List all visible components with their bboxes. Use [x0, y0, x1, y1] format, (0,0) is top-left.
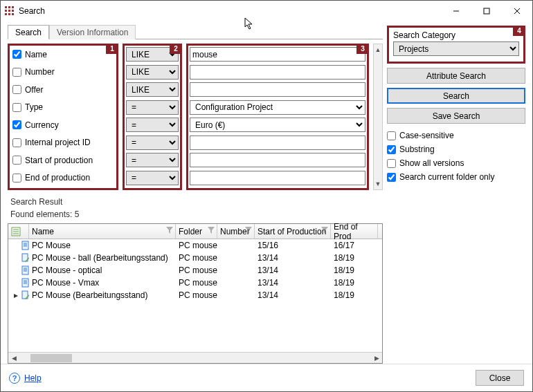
svg-rect-0: [5, 6, 7, 8]
criteria-checkbox[interactable]: [12, 174, 21, 183]
option-check: Search current folder only: [387, 172, 525, 182]
option-checkbox[interactable]: [387, 159, 396, 168]
criteria-label: Currency: [25, 120, 59, 130]
scroll-up-icon[interactable]: ▲: [374, 44, 382, 55]
scroll-right-icon[interactable]: ▶: [371, 355, 382, 362]
criteria-checkbox[interactable]: [12, 50, 21, 59]
file-icon: [21, 265, 29, 275]
scroll-down-icon[interactable]: ▼: [374, 178, 382, 189]
row-indicator-cell: [8, 278, 29, 288]
cell-end-of-production: 16/17: [331, 241, 378, 250]
option-label: Substring: [399, 144, 435, 154]
criteria-operators-box: 2 LIKELIKELIKE=====: [123, 44, 182, 190]
criteria-value-select[interactable]: Euro (€): [190, 118, 365, 132]
criteria-label: Name: [25, 50, 47, 59]
badge-4: 4: [513, 26, 525, 36]
criteria-field: Internal project ID: [10, 134, 116, 152]
criteria-operator-select[interactable]: =: [126, 136, 179, 150]
file-icon: [21, 253, 29, 263]
svg-rect-6: [5, 13, 7, 15]
criteria-checkbox[interactable]: [12, 156, 21, 165]
criteria-checkbox[interactable]: [12, 103, 21, 112]
criteria-value-input[interactable]: [190, 82, 365, 97]
option-check: Show all versions: [387, 158, 525, 168]
table-row[interactable]: PC Mouse - ball (Bearbeitungsstand)PC mo…: [8, 252, 382, 264]
search-button[interactable]: Search: [387, 88, 525, 104]
table-row[interactable]: PC MousePC mouse15/1616/17: [8, 239, 382, 252]
horizontal-scrollbar[interactable]: ◀ ▶: [8, 352, 382, 363]
tab-search[interactable]: Search: [8, 25, 49, 39]
criteria-scrollbar[interactable]: ▲ ▼: [373, 44, 383, 190]
cell-folder: PC mouse: [176, 241, 217, 250]
criteria-value-input[interactable]: [190, 136, 365, 150]
attribute-search-button[interactable]: Attribute Search: [387, 68, 525, 84]
column-name[interactable]: Name: [29, 224, 176, 239]
criteria-value-input[interactable]: [190, 47, 365, 62]
cell-name: PC Mouse (Bearbeitungsstand): [29, 290, 176, 300]
criteria-value-select[interactable]: Configuration Project: [190, 100, 365, 115]
column-folder[interactable]: Folder: [176, 224, 217, 239]
criteria-value-input[interactable]: [190, 171, 365, 185]
criteria-operator-select[interactable]: =: [126, 118, 179, 132]
option-checkbox[interactable]: [387, 145, 396, 154]
scroll-thumb[interactable]: [30, 354, 72, 362]
column-icon[interactable]: [8, 224, 29, 239]
tab-version-information[interactable]: Version Information: [49, 25, 136, 39]
maximize-button[interactable]: [471, 1, 502, 21]
result-grid: Name Folder Number Start of Production E…: [8, 223, 383, 364]
filter-icon[interactable]: [166, 227, 173, 234]
svg-rect-8: [12, 13, 14, 15]
svg-rect-1: [8, 6, 10, 8]
criteria-checkbox[interactable]: [12, 120, 21, 129]
filter-icon[interactable]: [208, 227, 215, 234]
criteria-operator-select[interactable]: =: [126, 153, 179, 167]
criteria-operator-select[interactable]: =: [126, 171, 179, 185]
cell-folder: PC mouse: [176, 253, 217, 263]
minimize-button[interactable]: [441, 1, 471, 21]
row-indicator-cell: [8, 253, 29, 263]
help-link[interactable]: Help: [24, 373, 42, 383]
criteria-checkbox[interactable]: [12, 138, 21, 147]
table-row[interactable]: PC Mouse - VmaxPC mouse13/1418/19: [8, 277, 382, 289]
option-checkbox[interactable]: [387, 131, 396, 140]
cell-end-of-production: 18/19: [331, 278, 378, 288]
criteria-value-input[interactable]: [190, 153, 365, 167]
file-icon: [21, 278, 29, 288]
option-label: Case-sensitive: [399, 131, 454, 140]
column-number[interactable]: Number: [217, 224, 255, 239]
criteria-label: Start of production: [25, 156, 93, 165]
criteria-checkbox[interactable]: [12, 68, 21, 77]
criteria-operator-select[interactable]: LIKE: [126, 82, 179, 97]
table-row[interactable]: ▸PC Mouse (Bearbeitungsstand)PC mouse13/…: [8, 289, 382, 301]
filter-icon[interactable]: [321, 227, 328, 234]
cell-start-of-production: 13/14: [255, 290, 331, 300]
option-checkbox[interactable]: [387, 173, 396, 182]
cell-folder: PC mouse: [176, 290, 217, 300]
filter-icon[interactable]: [245, 227, 252, 234]
close-window-button[interactable]: [502, 1, 532, 21]
option-check: Substring: [387, 144, 525, 154]
search-category-label: Search Category: [393, 30, 519, 40]
row-indicator-cell: [8, 241, 29, 251]
save-search-button[interactable]: Save Search: [387, 108, 525, 124]
criteria-values-box: 3 Configuration ProjectEuro (€): [186, 44, 369, 190]
table-row[interactable]: PC Mouse - opticalPC mouse13/1418/19: [8, 264, 382, 277]
close-button[interactable]: Close: [476, 370, 524, 386]
scroll-left-icon[interactable]: ◀: [8, 355, 19, 362]
cell-name: PC Mouse - ball (Bearbeitungsstand): [29, 253, 176, 263]
criteria-value-input[interactable]: [190, 65, 365, 80]
criteria-checkbox[interactable]: [12, 85, 21, 94]
badge-1: 1: [106, 44, 118, 54]
result-title: Search Result: [8, 196, 383, 208]
column-end-of-production[interactable]: End of Prod: [331, 224, 378, 239]
search-category-select[interactable]: Projects: [393, 41, 519, 56]
svg-rect-4: [8, 10, 10, 12]
criteria-operator-select[interactable]: =: [126, 100, 179, 115]
criteria-field: Name: [10, 46, 116, 64]
svg-rect-26: [22, 279, 28, 287]
column-start-of-production[interactable]: Start of Production: [255, 224, 331, 239]
criteria-operator-select[interactable]: LIKE: [126, 65, 179, 80]
titlebar: Search: [1, 1, 532, 21]
cell-start-of-production: 13/14: [255, 253, 331, 263]
criteria-fields-box: 1 NameNumberOfferTypeCurrencyInternal pr…: [8, 44, 118, 190]
